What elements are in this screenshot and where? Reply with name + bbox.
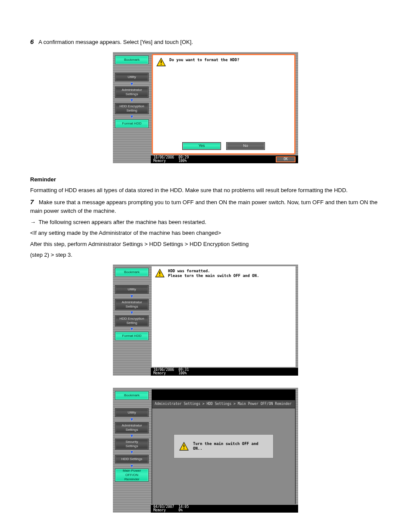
warning-icon — [156, 58, 166, 66]
svg-rect-1 — [161, 60, 162, 63]
utility-button[interactable]: Utility — [115, 408, 149, 417]
step6-num: 6 — [30, 38, 34, 45]
utility-button[interactable]: Utility — [115, 285, 149, 294]
status-bar: 04/03/2007 Memory 14:05 0% — [151, 505, 298, 513]
step7-num: 7 — [30, 198, 34, 205]
panel1: Bookmark Utility ▼ Administrator Setting… — [113, 52, 298, 163]
hdd-encryption-button[interactable]: HDD Encryption Setting — [115, 103, 149, 114]
panel3-topbar — [152, 390, 295, 400]
step7-arrowline: The following screen appears after the m… — [38, 219, 206, 225]
arrow-down-icon: ▼ — [130, 417, 134, 422]
step7-text: Make sure that a message appears prompti… — [30, 199, 377, 215]
admin-settings-button[interactable]: Administrator Settings — [115, 87, 149, 98]
svg-rect-2 — [161, 64, 162, 65]
panel2: Bookmark Utility ▼ Administrator Setting… — [113, 264, 298, 376]
security-settings-button[interactable]: Security Settings — [115, 439, 149, 450]
arrow-right-icon: → — [30, 218, 37, 227]
bookmark-button[interactable]: Bookmark — [115, 56, 149, 64]
svg-rect-4 — [159, 271, 160, 274]
reminder-text: Formatting of HDD erases all types of da… — [30, 186, 381, 195]
arrow-down-icon: ▼ — [130, 98, 134, 103]
bookmark-button[interactable]: Bookmark — [115, 268, 149, 277]
status-bar: 10/06/2006 Memory 09:29 100% OK — [151, 156, 298, 163]
status-mem-val: 100% — [178, 372, 189, 375]
status-bar: 10/06/2006 Memory 09:31 100% — [151, 368, 298, 376]
panel3-screen: Administrator Settings > HDD Settings > … — [152, 389, 296, 504]
utility-button[interactable]: Utility — [115, 73, 149, 81]
panel2-sidebar: Bookmark Utility ▼ Administrator Setting… — [113, 264, 151, 376]
bookmark-button[interactable]: Bookmark — [115, 391, 149, 400]
ok-button[interactable]: OK — [276, 156, 296, 162]
format-hdd-button[interactable]: Format HDD — [115, 119, 149, 128]
panel3-sidebar: Bookmark Utility ▼ Administrator Setting… — [113, 388, 151, 513]
status-mem-label: Memory — [153, 509, 174, 512]
confirm-dialog: Do you want to format the HDD? Yes No — [152, 54, 296, 155]
arrow-down-icon: ▼ — [130, 294, 134, 299]
status-mem-label: Memory — [153, 372, 174, 375]
info-message: HDD was formatted. Please turn the main … — [168, 269, 259, 278]
svg-rect-5 — [159, 275, 160, 276]
reminder-message: Turn the main switch OFF and ON.. — [193, 442, 268, 451]
status-mem-label: Memory — [153, 159, 174, 163]
warning-icon — [155, 269, 165, 277]
arrow-down-icon: ▼ — [130, 450, 134, 454]
step6-text: A confirmation message appears. Select [… — [38, 39, 193, 45]
arrow-down-icon: ▼ — [130, 115, 134, 119]
svg-rect-8 — [184, 448, 184, 449]
breadcrumb: Administrator Settings > HDD Settings > … — [152, 400, 295, 408]
step7-note3: (step 2) > step 3. — [30, 251, 381, 259]
reminder-label: Reminder — [30, 175, 381, 184]
admin-settings-button[interactable]: Administrator Settings — [115, 422, 149, 433]
no-button[interactable]: No — [226, 142, 265, 150]
hdd-settings-button[interactable]: HDD Settings — [115, 455, 149, 464]
dialog-message: Do you want to format the HDD? — [169, 58, 240, 66]
arrow-down-icon: ▼ — [130, 327, 134, 331]
info-panel: HDD was formatted. Please turn the main … — [152, 266, 296, 367]
arrow-down-icon: ▼ — [130, 311, 134, 315]
arrow-down-icon: ▼ — [130, 434, 134, 438]
arrow-down-icon: ▼ — [130, 82, 134, 86]
panel3: Bookmark Utility ▼ Administrator Setting… — [113, 388, 298, 513]
panel1-sidebar: Bookmark Utility ▼ Administrator Setting… — [113, 52, 151, 163]
status-mem-val: 0% — [178, 509, 189, 512]
status-mem-val: 100% — [178, 159, 189, 163]
arrow-down-icon: ▼ — [130, 464, 134, 468]
warning-icon — [179, 442, 189, 451]
step7-note2: After this step, perform Administrator S… — [30, 240, 381, 249]
svg-rect-7 — [184, 445, 184, 447]
step7-note: <If any setting made by the Administrato… — [30, 229, 381, 237]
reminder-box: Turn the main switch OFF and ON.. — [174, 434, 274, 458]
main-power-reminder-button[interactable]: Main Power OFF/ON Reminder — [115, 469, 149, 482]
yes-button[interactable]: Yes — [182, 142, 221, 150]
hdd-encryption-button[interactable]: HDD Encryption Setting — [115, 315, 149, 327]
format-hdd-button[interactable]: Format HDD — [115, 332, 149, 340]
admin-settings-button[interactable]: Administrator Settings — [115, 299, 149, 310]
